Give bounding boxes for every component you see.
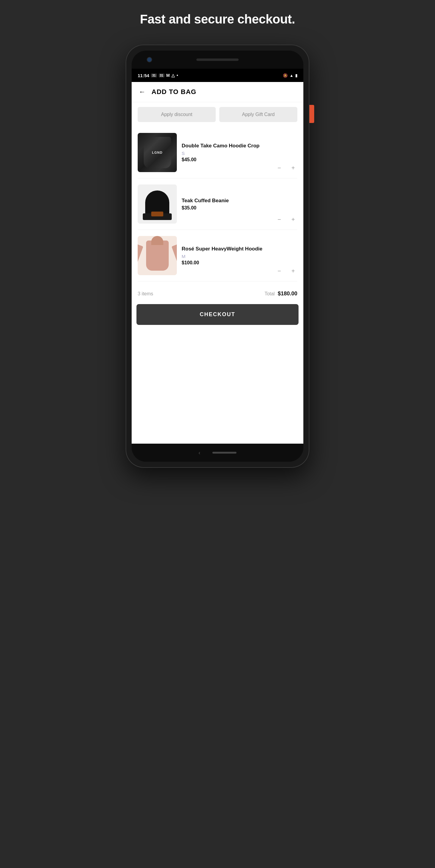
- apply-gift-card-button[interactable]: Apply Gift Card: [219, 107, 297, 122]
- side-button: [309, 105, 314, 123]
- status-icon-mail: M: [166, 73, 170, 78]
- status-icon-2: 31: [159, 73, 165, 78]
- cart-item: Teak Cuffed Beanie $35.00 − +: [138, 179, 297, 230]
- items-count: 3 items: [138, 291, 153, 297]
- back-button[interactable]: ←: [139, 88, 145, 96]
- page-wrapper: Fast and secure checkout. 11:54 31 31 M …: [109, 12, 326, 468]
- item-name-2: Teak Cuffed Beanie: [182, 197, 293, 204]
- item-price-3: $100.00: [182, 260, 293, 266]
- front-camera: [147, 58, 152, 62]
- item-price-2: $35.00: [182, 205, 293, 211]
- item-details-2: Teak Cuffed Beanie $35.00: [177, 197, 297, 211]
- qty-controls-3: − +: [275, 267, 297, 275]
- increase-qty-3[interactable]: +: [289, 267, 297, 275]
- checkout-button[interactable]: CHECKOUT: [136, 304, 299, 325]
- app-header: ← ADD TO BAG: [132, 82, 303, 102]
- cart-item: LGND Double Take Camo Hoodie Crop S $45.…: [138, 127, 297, 179]
- status-wifi-icon: ▲: [290, 73, 293, 78]
- bottom-bezel: ‹: [132, 444, 303, 462]
- cart-items-list: LGND Double Take Camo Hoodie Crop S $45.…: [132, 127, 303, 281]
- status-mute-icon: 🔕: [283, 73, 288, 78]
- sleeve-right: [171, 244, 177, 264]
- cart-summary: 3 items Total $180.00: [132, 281, 303, 302]
- beanie-shape: [145, 190, 169, 218]
- home-indicator[interactable]: [212, 452, 236, 454]
- hoodie-hood: [151, 236, 163, 245]
- status-right: 🔕 ▲ ▮: [283, 73, 297, 78]
- page-title: ADD TO BAG: [152, 88, 196, 96]
- item-size-1: S: [182, 151, 293, 156]
- status-icon-dot: •: [176, 73, 178, 78]
- status-icon-alert: △: [171, 73, 175, 78]
- item-details-1: Double Take Camo Hoodie Crop S $45.00: [177, 143, 297, 162]
- status-battery-icon: ▮: [295, 73, 297, 78]
- apply-discount-button[interactable]: Apply discount: [138, 107, 216, 122]
- phone-device: 11:54 31 31 M △ • 🔕 ▲ ▮ ← ADD T: [126, 44, 309, 468]
- status-left: 11:54 31 31 M △ •: [138, 73, 178, 78]
- item-name-3: Rosé Super HeavyWeight Hoodie: [182, 246, 293, 252]
- phone-screen: 11:54 31 31 M △ • 🔕 ▲ ▮ ← ADD T: [132, 51, 303, 462]
- increase-qty-1[interactable]: +: [289, 164, 297, 172]
- item-name-1: Double Take Camo Hoodie Crop: [182, 143, 293, 149]
- page-headline: Fast and secure checkout.: [140, 12, 295, 27]
- total-amount: $180.00: [278, 290, 297, 297]
- beanie-patch: [151, 212, 163, 216]
- rose-hoodie-visual: [138, 236, 177, 275]
- beanie-visual: [138, 184, 177, 224]
- total-label: Total: [265, 291, 275, 297]
- hoodie-camo-visual: LGND: [138, 133, 177, 172]
- product-image-2: [138, 184, 177, 224]
- item-details-3: Rosé Super HeavyWeight Hoodie M $100.00: [177, 246, 297, 265]
- decrease-qty-3[interactable]: −: [275, 267, 283, 275]
- status-icon-1: 31: [151, 73, 157, 78]
- item-size-3: M: [182, 254, 293, 259]
- increase-qty-2[interactable]: +: [289, 215, 297, 224]
- speaker-grille: [196, 59, 239, 61]
- sleeve-left: [138, 244, 143, 264]
- decrease-qty-2[interactable]: −: [275, 215, 283, 224]
- brand-logo: LGND: [152, 151, 162, 154]
- top-bezel: [132, 51, 303, 69]
- discount-row: Apply discount Apply Gift Card: [132, 102, 303, 127]
- total-section: Total $180.00: [265, 290, 297, 297]
- qty-controls-1: − +: [275, 164, 297, 172]
- nav-back-icon[interactable]: ‹: [199, 450, 200, 456]
- qty-controls-2: − +: [275, 215, 297, 224]
- item-price-1: $45.00: [182, 157, 293, 162]
- product-image-1: LGND: [138, 133, 177, 172]
- product-image-3: [138, 236, 177, 275]
- status-bar: 11:54 31 31 M △ • 🔕 ▲ ▮: [132, 69, 303, 82]
- status-time: 11:54: [138, 73, 149, 78]
- cart-item: Rosé Super HeavyWeight Hoodie M $100.00 …: [138, 230, 297, 281]
- screen-content: ← ADD TO BAG Apply discount Apply Gift C…: [132, 82, 303, 444]
- hoodie-body: [146, 241, 169, 271]
- decrease-qty-1[interactable]: −: [275, 164, 283, 172]
